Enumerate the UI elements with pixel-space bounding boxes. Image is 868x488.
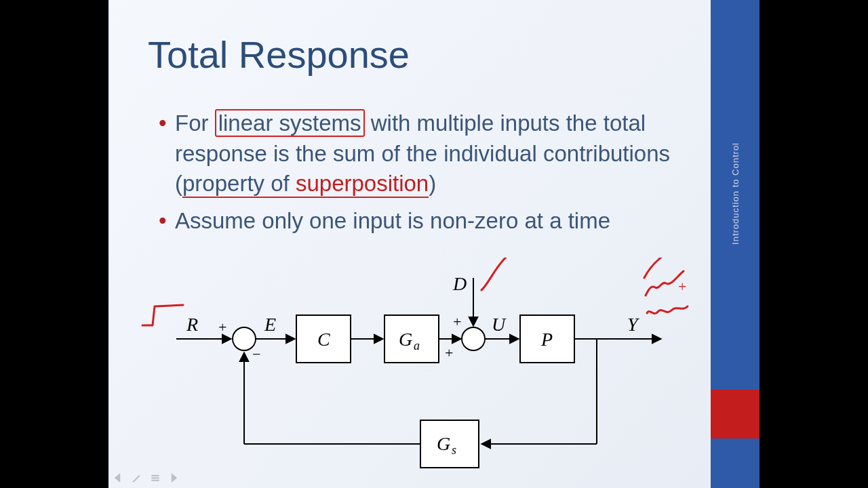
- page-title: Total Response: [148, 33, 410, 77]
- annotation-step-R: [142, 305, 183, 325]
- sidebar-title: Introduction to Control: [711, 0, 760, 386]
- label-P: P: [540, 329, 553, 350]
- bullet-1: For linear systems with multiple inputs …: [156, 108, 692, 199]
- pen-icon[interactable]: [132, 473, 141, 483]
- label-Gs-sub: s: [452, 443, 456, 457]
- svg-rect-11: [151, 475, 159, 476]
- label-Ga-sub: a: [414, 339, 420, 352]
- bullet1-prop: property of: [182, 171, 296, 198]
- label-Ga: G: [399, 329, 412, 350]
- label-Gs: G: [437, 433, 450, 454]
- slide-body: Total Response For linear systems with m…: [108, 0, 711, 488]
- bullet1-post: ): [429, 171, 436, 196]
- annotation-D: [481, 258, 509, 290]
- sidebar-title-text: Introduction to Control: [730, 142, 741, 245]
- menu-icon[interactable]: [151, 473, 160, 483]
- annotation-Y-top: [644, 258, 681, 278]
- prev-icon[interactable]: [113, 473, 122, 483]
- sign-fb-minus: −: [252, 346, 260, 363]
- presenter-toolbar: [113, 472, 179, 484]
- block-diagram: R + − E C G a + D +: [136, 258, 692, 481]
- svg-rect-13: [151, 480, 159, 481]
- next-icon[interactable]: [170, 473, 179, 483]
- sign-R-plus: +: [218, 319, 226, 336]
- annotation-plus: +: [678, 278, 686, 295]
- design-accent-box: [711, 390, 760, 439]
- slide-stage: Total Response For linear systems with m…: [108, 0, 760, 488]
- bullet-list: For linear systems with multiple inputs …: [156, 108, 692, 243]
- label-D: D: [452, 273, 467, 294]
- label-C: C: [317, 329, 330, 350]
- bullet-2: Assume only one input is non-zero at a t…: [156, 206, 692, 237]
- label-E: E: [264, 314, 276, 335]
- bullet1-pre: For: [175, 110, 215, 136]
- sign-D-plus: +: [453, 313, 461, 330]
- label-R: R: [186, 314, 198, 335]
- sign-Ga-plus: +: [445, 344, 453, 361]
- bullet1-super: superposition: [296, 171, 429, 198]
- svg-rect-12: [151, 477, 159, 479]
- summing-junction-2: [462, 327, 485, 350]
- label-Y: Y: [627, 314, 640, 335]
- annotation-Y-wave2: [647, 306, 688, 314]
- bullet1-boxed: linear systems: [215, 109, 365, 137]
- label-U: U: [492, 314, 507, 335]
